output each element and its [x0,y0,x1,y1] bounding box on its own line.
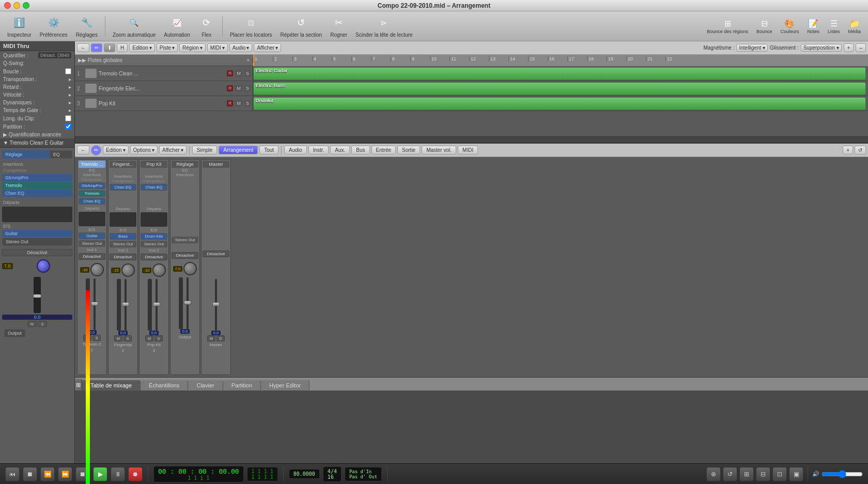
inspector-plugin1-btn[interactable]: GtrAmpPro [2,174,72,181]
ch3-fader-handle[interactable] [153,302,160,306]
ch2-fader-area[interactable] [122,279,129,331]
mixer-audio-btn[interactable]: Audio [284,146,307,154]
toolbar-couleurs[interactable]: 🎨 Couleurs [777,18,802,35]
mixer-grid-icon[interactable]: ⊞ [75,379,82,391]
ch1-out-btn[interactable]: Stereo Out [79,240,105,247]
transport-ctrl-4[interactable]: ⊟ [756,467,770,481]
ch2-deactivate-btn[interactable]: Désactivé [110,254,136,260]
mixer-pencil-btn[interactable]: ✏ [91,145,101,155]
transport-rewind[interactable]: ⏪ [40,467,55,481]
toolbar-media[interactable]: 📁 Média [845,18,864,35]
ch2-fader-handle[interactable] [122,302,129,306]
ch5-solo-btn[interactable]: D [216,335,225,341]
boucle-checkbox[interactable] [65,68,71,74]
ch2-knob[interactable] [121,263,135,277]
inspector-reglage-btn[interactable]: Réglage [2,150,50,159]
transport-ctrl-2[interactable]: ↺ [723,467,737,481]
toolbar-notes[interactable]: 📝 Notes [804,18,823,35]
tab-partition[interactable]: Partition [223,380,261,391]
arr-audio-dropdown[interactable]: Audio ▾ [229,43,253,52]
arr-pointer-btn[interactable]: ⬆ [104,43,115,52]
transport-fast-forward[interactable]: ⏩ [58,467,72,481]
inspector-eq-btn[interactable]: EQ [50,150,72,159]
arr-plus-btn[interactable]: + [844,43,854,52]
ch1-knob[interactable] [90,263,104,276]
transport-vol-slider[interactable] [822,470,863,478]
arr-minus-btn[interactable]: – [856,43,866,52]
mixer-refresh-btn[interactable]: ↺ [855,146,866,154]
mixer-master-vol-btn[interactable]: Master vol. [422,146,456,154]
ch3-fader-area[interactable] [153,279,160,331]
close-button[interactable] [4,2,11,9]
inspector-mute-btn[interactable]: M [27,321,37,327]
tab-hyper-editor[interactable]: Hyper Editor [261,380,309,391]
ch1-es-name-btn[interactable]: Guitar [79,232,105,239]
toolbar-preferences[interactable]: ⚙️ Préférences [37,13,71,39]
ch3-solo-btn[interactable]: S [154,335,163,341]
transport-record[interactable]: ⏺ [128,467,143,481]
toolbar-listes[interactable]: ☰ Listes [825,18,843,35]
track-3-r-btn[interactable]: R [227,100,234,106]
toolbar-flex[interactable]: ⟳ Flex [195,13,218,39]
track-2-region[interactable]: Electric Bass [253,82,866,95]
inspector-output-btn[interactable]: Output [4,329,25,337]
inspector-plugin2-btn[interactable]: Tremolo [2,182,72,189]
transport-ctrl-1[interactable]: ⊕ [706,467,721,481]
mixer-arrangement-btn[interactable]: Arrangement [219,146,258,154]
ch3-knob[interactable] [152,263,166,277]
track-2-s-btn[interactable]: S [244,85,251,91]
inspector-fader-handle[interactable] [34,294,41,298]
tab-clavier[interactable]: Clavier [188,380,223,391]
minimize-button[interactable] [13,2,20,9]
arr-back-btn[interactable]: ← [77,43,89,52]
arr-edition-dropdown[interactable]: Edition ▾ [129,43,155,52]
ch2-mute-btn[interactable]: M [114,335,122,341]
global-track-add[interactable]: + [246,57,250,63]
ch4-deactivate-btn[interactable]: Désactivé [172,252,198,259]
toolbar-placer-locators[interactable]: ⊡ Placer les locators [227,13,275,39]
ch3-out-btn[interactable]: Stereo Out [141,241,167,247]
track-1-region[interactable]: Electric Guitar [253,67,866,80]
ch1-plugin1-btn[interactable]: GtrAmpPro [79,182,105,189]
mixer-aux-btn[interactable]: Aux. [330,146,350,154]
toolbar-reglages[interactable]: 🔧 Réglages [73,13,101,39]
inspector-deactivate-btn[interactable]: Désactivé [2,249,72,256]
inspector-stereo-out[interactable]: Stereo Out [2,238,72,246]
toolbar-repeter[interactable]: ↺ Répéter la section [277,13,326,39]
toolbar-zoom-auto[interactable]: 🔍 Zoom automatique [110,13,159,39]
ch3-plugin1-btn[interactable]: Chan EQ [141,184,167,191]
ch3-es-name-btn[interactable]: Drum Kits [141,233,167,240]
mixer-options-dropdown[interactable]: Options ▾ [130,146,158,154]
mixer-midi-btn[interactable]: MIDI [458,146,478,154]
inspector-solo-btn[interactable]: S [38,321,47,327]
inspector-guitar-label[interactable]: Guitar [2,230,72,237]
ch4-knob[interactable] [183,262,197,275]
ch5-mute-btn[interactable]: M [207,335,215,341]
arr-piste-dropdown[interactable]: Piste ▾ [157,43,178,52]
transport-ctrl-6[interactable]: ▣ [789,467,803,481]
mixer-back-btn[interactable]: ← [77,146,89,154]
track-2-m-btn[interactable]: M [235,85,242,91]
ch4-fader-handle[interactable] [184,301,191,305]
ch2-plugin1-btn[interactable]: Chan EQ [110,184,136,191]
toolbar-inspecteur[interactable]: ℹ️ Inspecteur [4,13,35,39]
magnetisme-dropdown[interactable]: Intelligent ▾ [736,44,768,52]
mixer-edition-dropdown[interactable]: Edition ▾ [103,146,129,154]
ch1-solo-btn[interactable]: S [92,335,101,341]
mixer-entree-btn[interactable]: Entrée [371,146,396,154]
mixer-simple-btn[interactable]: Simple [192,146,218,154]
toolbar-rogner[interactable]: ✂ Rogner [327,13,350,39]
track-1-r-btn[interactable]: R [227,70,234,76]
ch1-fader-area[interactable] [91,278,98,330]
global-track-label[interactable]: ▶ ▶ Pistes globales + [75,57,253,63]
transport-skip-back[interactable]: ⏮ [5,467,20,481]
inspector-plugin3-btn[interactable]: Chan EQ [2,190,72,197]
arr-region-dropdown[interactable]: Région ▾ [179,43,206,52]
ch4-fader-area[interactable] [184,277,191,329]
inspector-mini-knob[interactable] [37,259,50,273]
arr-midi-dropdown[interactable]: MIDI ▾ [207,43,228,52]
transport-stop-1[interactable]: ⏹ [23,467,37,481]
mixer-tout-btn[interactable]: Tout [259,146,278,154]
ch4-name[interactable]: Réglage [172,161,198,168]
arr-pencil-btn[interactable]: ✏ [91,43,102,52]
